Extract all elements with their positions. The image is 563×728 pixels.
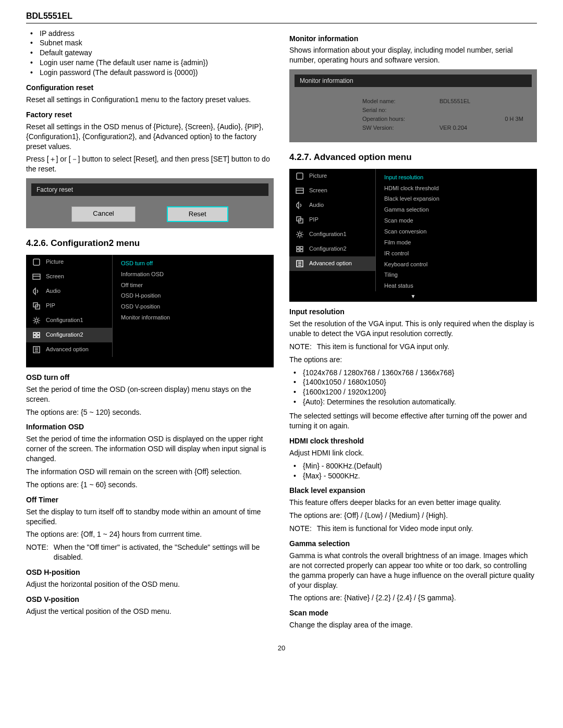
- bullet: IP address: [26, 29, 274, 39]
- reset-button[interactable]: Reset: [167, 206, 228, 222]
- ip-bullets: IP address Subnet mask Default gateway L…: [26, 29, 274, 78]
- menu-item-label: PIP: [46, 302, 55, 310]
- menu-item[interactable]: PIP: [289, 213, 375, 227]
- menu-item[interactable]: Audio: [26, 284, 112, 299]
- text: Set the period of time the OSD (on-scree…: [26, 385, 274, 404]
- text: The selected settings will become effect…: [289, 411, 537, 431]
- page-header: BDL5551EL: [26, 10, 537, 23]
- menu-item[interactable]: Audio: [289, 198, 375, 213]
- text: Adjust HDMI link clock.: [289, 448, 537, 458]
- submenu-item[interactable]: Gamma selection: [384, 204, 537, 215]
- submenu-item[interactable]: Information OSD: [121, 269, 274, 280]
- osd-v-title: OSD V-position: [26, 595, 274, 604]
- menu-item-label: Screen: [309, 187, 327, 194]
- menu-item[interactable]: Screen: [26, 269, 112, 284]
- submenu-item[interactable]: Film mode: [384, 237, 537, 248]
- value: [439, 106, 484, 114]
- text: Shows information about your display, in…: [289, 45, 537, 65]
- menu-item[interactable]: Screen: [289, 183, 375, 198]
- label: Model name:: [362, 97, 419, 105]
- text: This feature offers deeper blacks for an…: [289, 498, 537, 508]
- submenu-item[interactable]: Off timer: [121, 280, 274, 291]
- bullet: {Min} - 800KHz.(Default): [289, 461, 537, 471]
- osd-h-title: OSD H-position: [26, 567, 274, 577]
- svg-rect-22: [297, 250, 299, 252]
- menu-item[interactable]: Advanced option: [289, 256, 375, 271]
- advanced-menu-panel: PictureScreenAudioPIPConfiguration1Confi…: [289, 169, 537, 302]
- menu-item[interactable]: Configuration2: [289, 242, 375, 256]
- bullet: Subnet mask: [26, 38, 274, 48]
- submenu-item[interactable]: Scan mode: [384, 215, 537, 226]
- cancel-button[interactable]: Cancel: [71, 206, 135, 222]
- chevron-down-icon: ▼: [289, 293, 537, 300]
- menu-icon: [296, 230, 304, 239]
- note-text: This item is functional for VGA input on…: [317, 342, 449, 352]
- off-timer-note: NOTE: When the "Off timer" is activated,…: [26, 542, 274, 562]
- menu-item-label: Advanced option: [46, 346, 89, 353]
- note-label: NOTE:: [26, 542, 48, 562]
- menu-item-label: Audio: [46, 287, 60, 295]
- label: Serial no:: [362, 106, 419, 114]
- menu-item[interactable]: Advanced option: [26, 342, 112, 357]
- osd-title: Factory reset: [31, 183, 268, 196]
- menu-icon: [296, 201, 304, 209]
- svg-rect-1: [33, 274, 40, 279]
- menu-item[interactable]: PIP: [26, 299, 112, 313]
- menu-icon: [32, 331, 41, 339]
- note-label: NOTE:: [289, 524, 312, 534]
- menu-item[interactable]: Configuration1: [26, 313, 112, 328]
- right-column: Monitor information Shows information ab…: [289, 29, 537, 634]
- menu-icon: [32, 302, 41, 310]
- submenu-item[interactable]: Keyboard control: [384, 259, 537, 270]
- text: Set the display to turn itself off to st…: [26, 507, 274, 527]
- menu-item-label: Picture: [46, 258, 64, 266]
- submenu-item[interactable]: OSD H-position: [121, 290, 274, 301]
- text: Adjust the vertical position of the OSD …: [26, 607, 274, 616]
- menu-item-label: Audio: [309, 201, 324, 209]
- submenu-item[interactable]: Black level expansion: [384, 193, 537, 204]
- svg-rect-9: [37, 336, 40, 338]
- menu-icon: [32, 346, 41, 354]
- svg-rect-14: [297, 173, 303, 179]
- svg-rect-7: [37, 332, 40, 335]
- submenu-item[interactable]: Scan conversion: [384, 226, 537, 237]
- input-res-note: NOTE: This item is functional for VGA in…: [289, 342, 537, 352]
- page-number: 20: [26, 644, 537, 653]
- off-timer-title: Off Timer: [26, 495, 274, 505]
- black-title: Black level expansion: [289, 486, 537, 496]
- menu-item[interactable]: Picture: [26, 255, 112, 269]
- submenu-item[interactable]: OSD V-position: [121, 301, 274, 312]
- bullet: {1400x1050 / 1680x1050}: [289, 377, 537, 387]
- config-reset-text: Reset all settings in Configuration1 men…: [26, 95, 274, 105]
- submenu-item[interactable]: Heat status: [384, 280, 537, 291]
- text: Set the period of time the information O…: [26, 434, 274, 464]
- factory-reset-osd: Factory reset Cancel Reset: [26, 178, 274, 228]
- menu-item-label: Configuration2: [309, 245, 347, 253]
- menu-icon: [32, 258, 41, 266]
- submenu-item[interactable]: Input resolution: [384, 172, 537, 183]
- label: SW Version:: [362, 124, 419, 132]
- menu-item[interactable]: Configuration2: [26, 328, 112, 342]
- submenu-item[interactable]: Monitor information: [121, 312, 274, 323]
- black-note: NOTE: This item is functional for Video …: [289, 524, 537, 534]
- submenu-item[interactable]: IR control: [384, 248, 537, 259]
- menu-item[interactable]: Configuration1: [289, 227, 375, 242]
- menu-item-label: Configuration2: [46, 331, 83, 339]
- menu-icon: [296, 245, 304, 253]
- submenu-item[interactable]: OSD turn off: [121, 258, 274, 269]
- menu-item[interactable]: Picture: [289, 169, 375, 183]
- hdmi-title: HDMI clock threshold: [289, 436, 537, 446]
- submenu-item[interactable]: Tiling: [384, 269, 537, 280]
- config2-menu-panel: PictureScreenAudioPIPConfiguration1Confi…: [26, 255, 274, 367]
- svg-rect-15: [296, 188, 303, 193]
- left-column: IP address Subnet mask Default gateway L…: [26, 29, 274, 634]
- hdmi-opts: {Min} - 800KHz.(Default) {Max} - 5000KHz…: [289, 461, 537, 481]
- bullet: Login user name (The default user name i…: [26, 58, 274, 68]
- menu-item-label: Picture: [309, 172, 327, 180]
- submenu-item[interactable]: HDMI clock threshold: [384, 183, 537, 194]
- menu-item-label: Configuration1: [309, 230, 347, 238]
- moninfo-osd: Monitor information Model name:BDL5551EL…: [289, 69, 537, 142]
- info-osd-title: Information OSD: [26, 422, 274, 432]
- scan-title: Scan mode: [289, 608, 537, 618]
- bullet: {Auto}: Determines the resolution automa…: [289, 397, 537, 407]
